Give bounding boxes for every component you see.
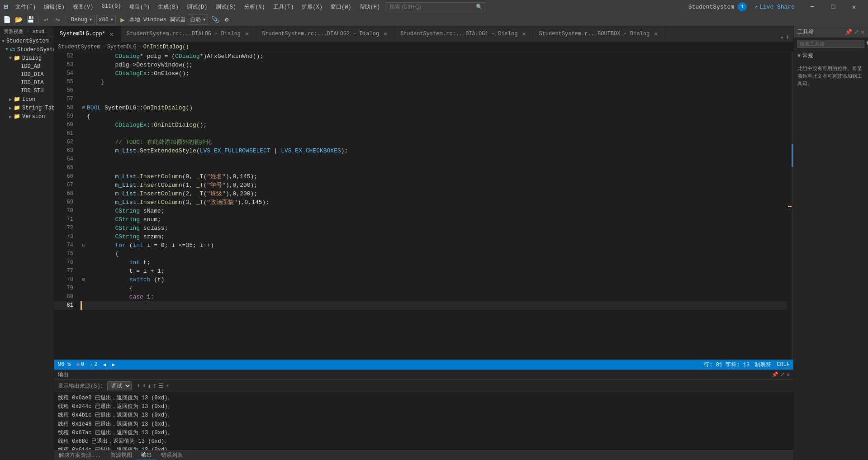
- tab-systemdlg[interactable]: SystemDLG.cpp* ✕: [54, 26, 121, 42]
- auto-dropdown[interactable]: 自动 ▾: [188, 14, 208, 25]
- platform-dropdown[interactable]: x86 ▾: [96, 15, 116, 24]
- search-input[interactable]: [385, 2, 485, 11]
- toolbox-float-btn[interactable]: ⤢: [854, 28, 859, 36]
- menu-view[interactable]: 视图(V): [69, 2, 97, 12]
- toolbox-section-header[interactable]: ▼ 常规: [794, 50, 868, 62]
- minimize-button[interactable]: ─: [802, 0, 823, 14]
- menu-window[interactable]: 窗口(W): [327, 2, 355, 12]
- tab-error-list[interactable]: 错误列表: [157, 451, 187, 460]
- tab-overflow-btn[interactable]: ▾: [780, 34, 783, 41]
- tab-close-systemdlg[interactable]: ✕: [108, 30, 115, 38]
- error-count[interactable]: ⊗ 0: [76, 361, 84, 368]
- menu-build[interactable]: 生成(B): [154, 2, 182, 12]
- nav-fwd-btn[interactable]: ▶: [112, 361, 115, 368]
- menu-extensions[interactable]: 扩展(X): [298, 2, 326, 12]
- redo-btn[interactable]: ↪: [53, 15, 63, 25]
- tab-close-boutbox[interactable]: ✕: [652, 30, 659, 38]
- menu-project[interactable]: 项目(P): [126, 2, 154, 12]
- output-btn4[interactable]: ↧: [153, 382, 157, 389]
- line-ending[interactable]: CRLF: [777, 361, 790, 368]
- run-btn[interactable]: ▶: [118, 15, 128, 25]
- panel-close-btn[interactable]: ✕: [787, 371, 790, 378]
- tree-item-icon[interactable]: ▶ 📁 Icon: [0, 95, 54, 104]
- config-dropdown[interactable]: Debug ▾: [69, 15, 95, 24]
- tree-item-idd-ab[interactable]: IDD_AB: [0, 62, 54, 71]
- menu-bar[interactable]: 文件(F) 编辑(E) 视图(V) Git(G) 项目(P) 生成(B) 调试(…: [12, 2, 384, 12]
- output-btn2[interactable]: ⬇: [142, 382, 146, 389]
- menu-file[interactable]: 文件(F): [12, 2, 40, 12]
- new-file-btn[interactable]: 📄: [2, 15, 12, 25]
- window-controls[interactable]: ─ □ ✕: [802, 0, 864, 14]
- warning-count[interactable]: ⚠ 2: [90, 361, 97, 368]
- tree-item-studentsystem[interactable]: ▼ 🗂 StudentSystem: [0, 45, 54, 54]
- panel-pin-btn[interactable]: 📌: [772, 371, 778, 378]
- code-line-70: CString sName;: [81, 207, 787, 215]
- menu-analyze[interactable]: 分析(N): [241, 2, 269, 12]
- fold-57: [81, 95, 87, 104]
- fold-74[interactable]: ⊟: [81, 241, 87, 250]
- menu-debug[interactable]: 调试(D): [183, 2, 211, 12]
- minimap-scrollbar[interactable]: [787, 52, 793, 360]
- code-content[interactable]: CDialog* pdlg = (CDialog*)AfxGetMainWnd(…: [77, 52, 787, 360]
- toolbox-pin-btn[interactable]: 📌: [845, 28, 852, 36]
- tree-item-idd-dia2[interactable]: IDD_DIA: [0, 79, 54, 87]
- tab-output[interactable]: 输出: [137, 450, 157, 460]
- tree-item-stringtable[interactable]: ▶ 📁 String Table: [0, 104, 54, 112]
- nav-back-btn[interactable]: ◀: [103, 361, 106, 368]
- liveshare-button[interactable]: ↗ Live Share: [750, 2, 798, 11]
- scroll-thumb[interactable]: [792, 144, 793, 167]
- output-content[interactable]: 线程 0x6ae0 已退出，返回值为 13 (0xd)。 线程 0x244c 已…: [54, 392, 793, 450]
- tree-item-label: IDD_STU: [21, 88, 43, 94]
- tree-item-label: Dialog: [22, 55, 42, 62]
- tab-close-dialog2[interactable]: ✕: [382, 30, 389, 38]
- tab-solution[interactable]: 解决方案资源...: [54, 451, 106, 460]
- panel-float-btn[interactable]: ⤢: [780, 371, 785, 378]
- toolbox-search-input[interactable]: [797, 40, 864, 48]
- settings-btn[interactable]: ⚙: [222, 15, 232, 25]
- output-btn1[interactable]: ⬆: [137, 382, 141, 389]
- maximize-button[interactable]: □: [823, 0, 844, 14]
- menu-git[interactable]: Git(G): [98, 2, 124, 12]
- menu-test[interactable]: 测试(S): [212, 2, 240, 12]
- tab-dialog1[interactable]: StudentSystem.rc:...DIALOG1 - Dialog ✕: [395, 26, 533, 42]
- code-line-53: pdlg->DestroyWindow();: [81, 61, 787, 69]
- output-btn5[interactable]: ☰: [158, 382, 164, 389]
- menu-help[interactable]: 帮助(H): [356, 2, 384, 12]
- toolbox-close-btn[interactable]: ✕: [861, 28, 864, 36]
- tree-item-version[interactable]: ▶ 📁 Version: [0, 112, 54, 121]
- fold-58[interactable]: ⊟: [81, 104, 87, 112]
- sidebar-header: 资源视图 - StudentSys...: [0, 26, 54, 37]
- code-line-59: {: [81, 112, 787, 121]
- open-btn[interactable]: 📂: [14, 15, 24, 25]
- fold-79: [81, 284, 87, 293]
- undo-btn[interactable]: ↩: [41, 15, 51, 25]
- tab-dialog2[interactable]: StudentSystem.rc:...DIALOG2 - Dialog ✕: [256, 26, 395, 42]
- output-source-select[interactable]: 调试: [107, 381, 132, 390]
- tab-close-dialog[interactable]: ✕: [243, 30, 251, 38]
- save-btn[interactable]: 💾: [25, 15, 35, 25]
- output-btn3[interactable]: ↥: [147, 382, 151, 389]
- zoom-level[interactable]: 96 %: [58, 361, 71, 368]
- toolbox-title: 工具箱: [797, 28, 814, 36]
- close-button[interactable]: ✕: [844, 0, 864, 14]
- tree-item-dialog[interactable]: ▼ 📁 Dialog: [0, 54, 54, 62]
- tab-close-dialog1[interactable]: ✕: [520, 30, 527, 38]
- tree-item-idd-stu[interactable]: IDD_STU: [0, 87, 54, 95]
- tree-icon: 📁: [14, 104, 20, 111]
- breadcrumb-sep1: →: [102, 44, 105, 50]
- new-tab-btn[interactable]: +: [785, 33, 790, 42]
- tab-resource-view[interactable]: 资源视图: [106, 451, 137, 460]
- more-btn[interactable]: 📎: [210, 15, 220, 25]
- fold-78[interactable]: ⊟: [81, 275, 87, 284]
- tree-item-studentsystem-root[interactable]: ▼ StudentSystem: [0, 37, 54, 45]
- tab-boutbox[interactable]: StudentSystem.r...BOUTBOX - Dialog ✕: [533, 26, 665, 42]
- cursor-position[interactable]: 行: 81 字符: 13: [704, 361, 749, 369]
- tab-dialog[interactable]: StudentSystem.rc:...DIALOG - Dialog ✕: [121, 26, 256, 42]
- indent-type[interactable]: 制表符: [755, 361, 771, 369]
- fold-52: [81, 52, 87, 61]
- menu-edit[interactable]: 编辑(E): [40, 2, 68, 12]
- code-line-76: int t;: [81, 258, 787, 267]
- output-btn6[interactable]: ⚡: [166, 382, 169, 389]
- tree-item-idd-dia1[interactable]: IDD_DIA: [0, 71, 54, 79]
- menu-tools[interactable]: 工具(T): [270, 2, 298, 12]
